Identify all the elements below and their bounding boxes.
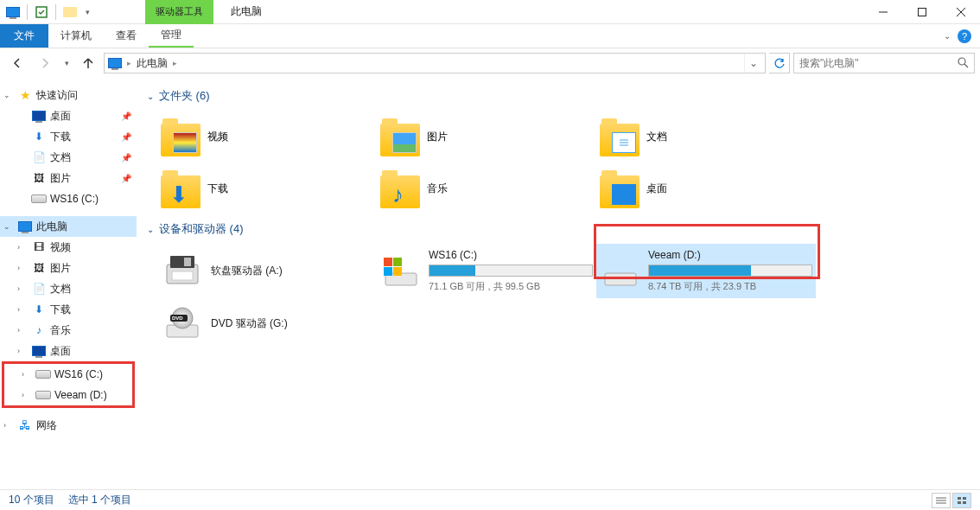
folder-music[interactable]: ♪ 音乐 — [377, 163, 596, 214]
status-item-count: 10 个项目 — [9, 493, 54, 507]
svg-rect-13 — [172, 271, 193, 280]
os-drive-icon — [382, 252, 420, 291]
search-box[interactable] — [793, 53, 975, 73]
sidebar-item-music[interactable]: ›♪ 音乐 — [0, 320, 137, 341]
breadcrumb-this-pc[interactable]: 此电脑 — [133, 56, 171, 71]
tree-label: WS16 (C:) — [50, 193, 99, 205]
folder-icon: ⬇ — [161, 169, 200, 208]
status-bar: 10 个项目 选中 1 个项目 — [0, 489, 980, 510]
chevron-down-icon[interactable]: ⌄ — [147, 225, 154, 234]
folder-pictures[interactable]: 图片 — [377, 111, 596, 163]
new-folder-icon[interactable] — [60, 3, 80, 22]
group-header-devices[interactable]: ⌄ 设备和驱动器 (4) — [147, 221, 970, 237]
tab-computer[interactable]: 计算机 — [48, 24, 104, 48]
group-header-folders[interactable]: ⌄ 文件夹 (6) — [147, 88, 970, 104]
folder-icon — [380, 117, 420, 156]
back-button[interactable] — [5, 51, 29, 75]
properties-icon[interactable] — [32, 3, 51, 22]
ribbon-expand-icon[interactable]: ⌄ — [944, 31, 951, 41]
tab-view[interactable]: 查看 — [104, 24, 149, 48]
sidebar-item-documents[interactable]: ›📄 文档 — [0, 278, 137, 299]
breadcrumb[interactable]: ▸ 此电脑 ▸ ⌄ — [104, 53, 766, 73]
folder-video[interactable]: 视频 — [157, 111, 377, 163]
svg-rect-28 — [958, 497, 961, 500]
up-button[interactable] — [76, 51, 100, 75]
system-menu-icon[interactable] — [3, 3, 22, 22]
sidebar-item-desktop[interactable]: 桌面 📌 — [0, 105, 137, 126]
chevron-down-icon[interactable]: ⌄ — [147, 92, 154, 101]
forward-button[interactable] — [33, 51, 57, 75]
device-label: 软盘驱动器 (A:) — [211, 264, 372, 278]
qat-dropdown-icon[interactable]: ▾ — [81, 3, 93, 22]
sidebar-item-downloads[interactable]: ⬇ 下载 📌 — [0, 126, 137, 147]
group-label: 设备和驱动器 (4) — [159, 221, 244, 237]
tab-file[interactable]: 文件 — [0, 24, 48, 48]
device-floppy[interactable]: 软盘驱动器 (A:) — [157, 244, 377, 298]
caret-icon[interactable]: ⌄ — [3, 222, 14, 231]
dvd-icon: DVD — [162, 303, 202, 343]
close-button[interactable] — [941, 0, 980, 24]
recent-dropdown[interactable]: ▾ — [60, 51, 73, 75]
sidebar-item-documents[interactable]: 📄 文档 📌 — [0, 147, 137, 168]
sidebar-item-drive-c[interactable]: › WS16 (C:) — [4, 364, 132, 385]
address-bar: ▾ ▸ 此电脑 ▸ ⌄ — [0, 48, 980, 78]
folder-downloads[interactable]: ⬇ 下载 — [157, 163, 377, 214]
search-input[interactable] — [799, 57, 957, 69]
refresh-button[interactable] — [769, 53, 790, 73]
caret-icon[interactable]: › — [17, 243, 28, 252]
tree-label: 此电脑 — [36, 220, 67, 234]
caret-icon[interactable]: › — [3, 421, 14, 430]
desktop-icon — [31, 109, 47, 123]
sidebar-this-pc[interactable]: ⌄ 此电脑 — [0, 216, 137, 237]
sidebar-network[interactable]: › 🖧 网络 — [0, 415, 137, 436]
sidebar-quick-access[interactable]: ⌄ ★ 快速访问 — [0, 85, 137, 105]
sidebar-item-ws16c[interactable]: WS16 (C:) — [0, 188, 137, 209]
sidebar-item-pictures[interactable]: ›🖼 图片 — [0, 258, 137, 278]
caret-icon[interactable]: › — [22, 391, 32, 399]
breadcrumb-sep-icon[interactable]: ▸ — [173, 59, 177, 67]
device-status: 71.1 GB 可用 , 共 99.5 GB — [429, 280, 593, 293]
sidebar-item-downloads[interactable]: ›⬇ 下载 — [0, 299, 137, 320]
sidebar-item-pictures[interactable]: 🖼 图片 📌 — [0, 168, 137, 188]
tree-label: 文档 — [50, 150, 71, 165]
highlight-box-drives: › WS16 (C:) › Veeam (D:) — [2, 361, 135, 408]
device-label: WS16 (C:) — [429, 249, 593, 261]
caret-icon[interactable]: › — [17, 284, 28, 293]
caret-icon[interactable]: ⌄ — [3, 91, 14, 99]
device-c-drive[interactable]: WS16 (C:) 71.1 GB 可用 , 共 99.5 GB — [377, 244, 596, 298]
folder-documents[interactable]: 文档 — [596, 111, 816, 163]
tab-manage[interactable]: 管理 — [149, 24, 194, 48]
video-icon: 🎞 — [31, 240, 47, 254]
svg-rect-2 — [918, 8, 926, 16]
minimize-button[interactable] — [863, 0, 902, 24]
search-icon[interactable] — [957, 56, 969, 71]
tree-label: Veeam (D:) — [54, 389, 107, 401]
folder-icon — [600, 117, 640, 156]
help-icon[interactable]: ? — [958, 29, 971, 43]
caret-icon[interactable]: › — [22, 370, 32, 379]
pin-icon: 📌 — [121, 132, 131, 142]
sidebar-item-desktop[interactable]: › 桌面 — [0, 341, 137, 361]
caret-icon[interactable]: › — [17, 326, 28, 335]
breadcrumb-sep-icon[interactable]: ▸ — [127, 59, 131, 67]
tree-label: 下载 — [50, 130, 71, 144]
folder-desktop[interactable]: 桌面 — [596, 163, 816, 214]
view-icons-button[interactable] — [952, 493, 971, 508]
drive-icon — [35, 388, 51, 402]
sidebar-item-drive-d[interactable]: › Veeam (D:) — [4, 385, 132, 405]
caret-icon[interactable]: › — [17, 305, 28, 314]
document-icon: 📄 — [31, 150, 47, 164]
tree-label: 图片 — [50, 171, 71, 186]
ribbon-tabs: 文件 计算机 查看 管理 ⌄ ? — [0, 24, 980, 48]
caret-icon[interactable]: › — [17, 264, 28, 272]
tree-label: 视频 — [50, 240, 71, 255]
drive-icon — [35, 367, 51, 381]
caret-icon[interactable]: › — [17, 347, 28, 355]
view-details-button[interactable] — [932, 493, 951, 508]
download-icon: ⬇ — [31, 130, 47, 143]
history-dropdown-icon[interactable]: ⌄ — [744, 54, 761, 73]
sidebar-item-video[interactable]: ›🎞 视频 — [0, 237, 137, 258]
maximize-button[interactable] — [902, 0, 941, 24]
device-dvd[interactable]: DVD DVD 驱动器 (G:) — [157, 298, 377, 348]
network-icon: 🖧 — [17, 418, 33, 432]
